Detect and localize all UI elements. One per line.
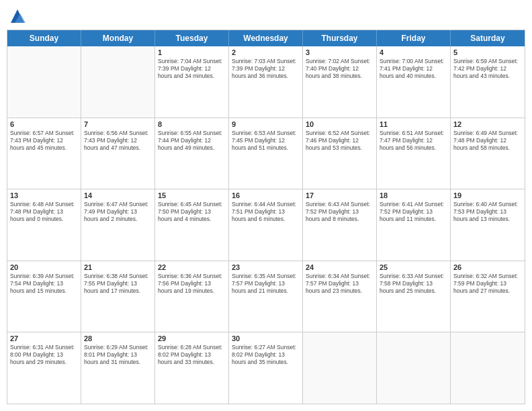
- cal-cell: 3Sunrise: 7:02 AM Sunset: 7:40 PM Daylig…: [303, 46, 377, 118]
- day-number: 18: [380, 191, 447, 199]
- day-info: Sunrise: 6:57 AM Sunset: 7:43 PM Dayligh…: [10, 130, 78, 152]
- cal-cell: 8Sunrise: 6:55 AM Sunset: 7:44 PM Daylig…: [155, 118, 229, 189]
- header-day-thursday: Thursday: [303, 30, 377, 46]
- logo-icon: [8, 7, 27, 26]
- day-number: 2: [232, 48, 300, 56]
- day-number: 8: [158, 120, 226, 128]
- day-number: 29: [158, 334, 226, 342]
- header-day-monday: Monday: [81, 30, 155, 46]
- day-number: 25: [380, 263, 447, 271]
- day-number: 14: [84, 191, 152, 199]
- cal-week-4: 20Sunrise: 6:39 AM Sunset: 7:54 PM Dayli…: [7, 261, 525, 332]
- cal-cell: 13Sunrise: 6:48 AM Sunset: 7:48 PM Dayli…: [7, 189, 81, 261]
- header-day-wednesday: Wednesday: [229, 30, 303, 46]
- day-info: Sunrise: 6:51 AM Sunset: 7:47 PM Dayligh…: [380, 130, 447, 152]
- day-number: 10: [306, 120, 373, 128]
- cal-cell: 20Sunrise: 6:39 AM Sunset: 7:54 PM Dayli…: [7, 261, 81, 332]
- cal-cell: [7, 46, 81, 118]
- day-info: Sunrise: 6:48 AM Sunset: 7:48 PM Dayligh…: [10, 201, 78, 223]
- cal-cell: 29Sunrise: 6:28 AM Sunset: 8:02 PM Dayli…: [155, 332, 229, 404]
- cal-cell: 9Sunrise: 6:53 AM Sunset: 7:45 PM Daylig…: [229, 118, 303, 189]
- day-info: Sunrise: 6:38 AM Sunset: 7:55 PM Dayligh…: [84, 273, 152, 295]
- day-info: Sunrise: 6:59 AM Sunset: 7:42 PM Dayligh…: [453, 58, 522, 80]
- day-number: 15: [158, 191, 226, 199]
- day-info: Sunrise: 6:43 AM Sunset: 7:52 PM Dayligh…: [306, 201, 373, 223]
- cal-cell: [451, 332, 525, 404]
- day-number: 9: [232, 120, 300, 128]
- day-info: Sunrise: 6:31 AM Sunset: 8:00 PM Dayligh…: [10, 344, 78, 366]
- cal-cell: 28Sunrise: 6:29 AM Sunset: 8:01 PM Dayli…: [81, 332, 155, 404]
- day-number: 26: [453, 263, 522, 271]
- cal-cell: 10Sunrise: 6:52 AM Sunset: 7:46 PM Dayli…: [303, 118, 377, 189]
- day-number: 17: [306, 191, 373, 199]
- cal-cell: 14Sunrise: 6:47 AM Sunset: 7:49 PM Dayli…: [81, 189, 155, 261]
- day-number: 22: [158, 263, 226, 271]
- cal-week-2: 6Sunrise: 6:57 AM Sunset: 7:43 PM Daylig…: [7, 118, 525, 189]
- day-info: Sunrise: 6:53 AM Sunset: 7:45 PM Dayligh…: [232, 130, 300, 152]
- day-info: Sunrise: 6:41 AM Sunset: 7:52 PM Dayligh…: [380, 201, 447, 223]
- day-info: Sunrise: 6:36 AM Sunset: 7:56 PM Dayligh…: [158, 273, 226, 295]
- cal-week-3: 13Sunrise: 6:48 AM Sunset: 7:48 PM Dayli…: [7, 189, 525, 261]
- day-number: 3: [306, 48, 373, 56]
- header-day-tuesday: Tuesday: [155, 30, 229, 46]
- day-info: Sunrise: 6:56 AM Sunset: 7:43 PM Dayligh…: [84, 130, 152, 152]
- day-number: 27: [10, 334, 78, 342]
- cal-cell: 21Sunrise: 6:38 AM Sunset: 7:55 PM Dayli…: [81, 261, 155, 332]
- day-info: Sunrise: 6:55 AM Sunset: 7:44 PM Dayligh…: [158, 130, 226, 152]
- day-number: 30: [232, 334, 300, 342]
- day-info: Sunrise: 6:45 AM Sunset: 7:50 PM Dayligh…: [158, 201, 226, 223]
- day-number: 7: [84, 120, 152, 128]
- cal-cell: 30Sunrise: 6:27 AM Sunset: 8:02 PM Dayli…: [229, 332, 303, 404]
- day-number: 13: [10, 191, 78, 199]
- cal-cell: 12Sunrise: 6:49 AM Sunset: 7:48 PM Dayli…: [451, 118, 525, 189]
- header-day-sunday: Sunday: [7, 30, 81, 46]
- calendar: SundayMondayTuesdayWednesdayThursdayFrid…: [7, 30, 525, 404]
- day-info: Sunrise: 7:03 AM Sunset: 7:39 PM Dayligh…: [232, 58, 300, 80]
- day-number: 24: [306, 263, 373, 271]
- day-number: 28: [84, 334, 152, 342]
- day-info: Sunrise: 6:28 AM Sunset: 8:02 PM Dayligh…: [158, 344, 226, 366]
- day-number: 19: [453, 191, 522, 199]
- cal-cell: 11Sunrise: 6:51 AM Sunset: 7:47 PM Dayli…: [377, 118, 451, 189]
- day-number: 23: [232, 263, 300, 271]
- cal-cell: 25Sunrise: 6:33 AM Sunset: 7:58 PM Dayli…: [377, 261, 451, 332]
- day-info: Sunrise: 7:02 AM Sunset: 7:40 PM Dayligh…: [306, 58, 373, 80]
- day-info: Sunrise: 6:44 AM Sunset: 7:51 PM Dayligh…: [232, 201, 300, 223]
- cal-cell: 26Sunrise: 6:32 AM Sunset: 7:59 PM Dayli…: [451, 261, 525, 332]
- day-info: Sunrise: 6:32 AM Sunset: 7:59 PM Dayligh…: [453, 273, 522, 295]
- day-info: Sunrise: 6:29 AM Sunset: 8:01 PM Dayligh…: [84, 344, 152, 366]
- day-number: 11: [380, 120, 447, 128]
- day-number: 1: [158, 48, 226, 56]
- cal-cell: 24Sunrise: 6:34 AM Sunset: 7:57 PM Dayli…: [303, 261, 377, 332]
- day-number: 12: [453, 120, 522, 128]
- day-info: Sunrise: 6:33 AM Sunset: 7:58 PM Dayligh…: [380, 273, 447, 295]
- day-info: Sunrise: 6:40 AM Sunset: 7:53 PM Dayligh…: [453, 201, 522, 223]
- day-info: Sunrise: 6:47 AM Sunset: 7:49 PM Dayligh…: [84, 201, 152, 223]
- day-info: Sunrise: 6:35 AM Sunset: 7:57 PM Dayligh…: [232, 273, 300, 295]
- cal-cell: 6Sunrise: 6:57 AM Sunset: 7:43 PM Daylig…: [7, 118, 81, 189]
- cal-cell: 2Sunrise: 7:03 AM Sunset: 7:39 PM Daylig…: [229, 46, 303, 118]
- day-number: 21: [84, 263, 152, 271]
- cal-cell: 4Sunrise: 7:00 AM Sunset: 7:41 PM Daylig…: [377, 46, 451, 118]
- cal-cell: 22Sunrise: 6:36 AM Sunset: 7:56 PM Dayli…: [155, 261, 229, 332]
- cal-cell: 17Sunrise: 6:43 AM Sunset: 7:52 PM Dayli…: [303, 189, 377, 261]
- cal-cell: 19Sunrise: 6:40 AM Sunset: 7:53 PM Dayli…: [451, 189, 525, 261]
- cal-cell: [81, 46, 155, 118]
- day-number: 6: [10, 120, 78, 128]
- cal-cell: 27Sunrise: 6:31 AM Sunset: 8:00 PM Dayli…: [7, 332, 81, 404]
- day-info: Sunrise: 6:52 AM Sunset: 7:46 PM Dayligh…: [306, 130, 373, 152]
- day-info: Sunrise: 7:04 AM Sunset: 7:39 PM Dayligh…: [158, 58, 226, 80]
- cal-cell: 5Sunrise: 6:59 AM Sunset: 7:42 PM Daylig…: [451, 46, 525, 118]
- cal-cell: 18Sunrise: 6:41 AM Sunset: 7:52 PM Dayli…: [377, 189, 451, 261]
- day-number: 16: [232, 191, 300, 199]
- cal-cell: 1Sunrise: 7:04 AM Sunset: 7:39 PM Daylig…: [155, 46, 229, 118]
- cal-cell: [303, 332, 377, 404]
- day-info: Sunrise: 6:34 AM Sunset: 7:57 PM Dayligh…: [306, 273, 373, 295]
- header: [7, 7, 525, 26]
- cal-cell: [377, 332, 451, 404]
- cal-cell: 15Sunrise: 6:45 AM Sunset: 7:50 PM Dayli…: [155, 189, 229, 261]
- header-day-saturday: Saturday: [451, 30, 525, 46]
- page: SundayMondayTuesdayWednesdayThursdayFrid…: [0, 0, 532, 411]
- cal-cell: 7Sunrise: 6:56 AM Sunset: 7:43 PM Daylig…: [81, 118, 155, 189]
- day-number: 20: [10, 263, 78, 271]
